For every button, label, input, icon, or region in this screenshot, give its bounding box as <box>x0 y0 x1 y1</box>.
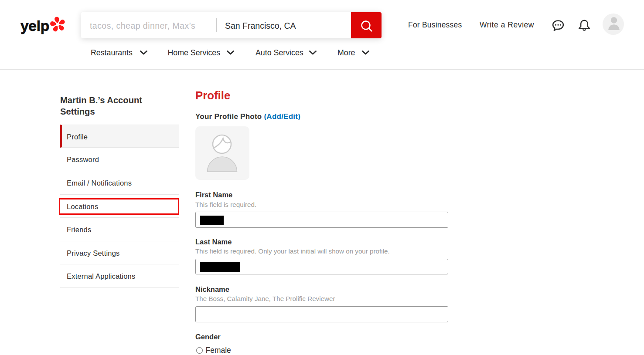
svg-text:yelp: yelp <box>20 18 49 34</box>
